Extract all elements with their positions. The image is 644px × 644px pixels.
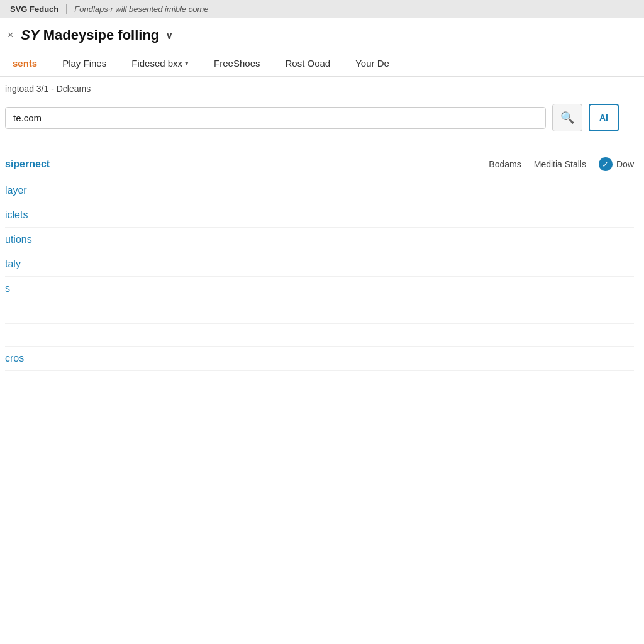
close-button[interactable]: × <box>5 28 16 42</box>
ai-button-label: AI <box>599 113 608 123</box>
tab-presents[interactable]: sents <box>0 50 50 76</box>
tab-freeshoes[interactable]: FreeShoes <box>201 50 272 76</box>
dow-label: Dow <box>616 159 634 169</box>
tab-rost-oad-label: Rost Ooad <box>285 58 330 69</box>
list-item[interactable] <box>5 301 634 324</box>
results-section-title: sipernect <box>5 158 50 170</box>
dropdown-arrow-icon: ▾ <box>185 59 189 67</box>
search-button[interactable]: 🔍 <box>552 104 582 131</box>
header-icon: SY <box>21 27 39 43</box>
list-item[interactable]: utions <box>5 228 634 252</box>
list-item[interactable]: s <box>5 277 634 301</box>
results-header: sipernect Bodams Meditia Stalls ✓ Dow <box>5 152 634 179</box>
checkbox-checked-icon: ✓ <box>599 157 613 171</box>
tab-your-de[interactable]: Your De <box>343 50 402 76</box>
divider <box>5 142 634 142</box>
meditia-stalls-link[interactable]: Meditia Stalls <box>534 159 586 169</box>
tab-your-de-label: Your De <box>355 58 389 69</box>
header-title-text: Madeysipe folling <box>43 27 160 43</box>
tab-play-fines[interactable]: Play Fines <box>50 50 119 76</box>
search-input[interactable] <box>13 113 538 123</box>
chevron-down-icon[interactable]: ∨ <box>165 30 173 42</box>
tab-play-fines-label: Play Fines <box>62 58 106 69</box>
header-row: × SY Madeysipe folling ∨ <box>0 18 644 50</box>
top-bar-divider <box>66 4 67 14</box>
top-bar: SVG Feduch Fondlaps·r will besented imib… <box>0 0 644 18</box>
bodams-link[interactable]: Bodams <box>489 159 521 169</box>
search-icon: 🔍 <box>560 111 574 125</box>
tab-freeshoes-label: FreeShoes <box>214 58 260 69</box>
nav-tabs: sents Play Fines Fidesed bxx ▾ FreeShoes… <box>0 50 644 77</box>
list-item[interactable] <box>5 324 634 347</box>
list-container: layer iclets utions taly s cros <box>5 179 634 371</box>
main-content: ingtoad 3/1 - Dcleams 🔍 AI sipernect Bod… <box>0 77 644 371</box>
header-title: SY Madeysipe folling ∨ <box>21 27 173 43</box>
tab-presents-label: sents <box>13 58 37 69</box>
search-input-wrap <box>5 107 546 129</box>
tab-fidesed[interactable]: Fidesed bxx ▾ <box>119 50 201 76</box>
top-bar-subtitle: Fondlaps·r will besented imible come <box>74 4 208 14</box>
list-item[interactable]: cros <box>5 347 634 371</box>
results-actions: Bodams Meditia Stalls ✓ Dow <box>489 157 634 171</box>
list-item[interactable]: taly <box>5 252 634 277</box>
dow-checkbox-wrap[interactable]: ✓ Dow <box>599 157 634 171</box>
search-row: 🔍 AI <box>5 99 634 139</box>
top-bar-title: SVG Feduch <box>10 4 58 14</box>
tab-fidesed-label: Fidesed bxx <box>131 58 182 69</box>
list-item[interactable]: layer <box>5 179 634 203</box>
breadcrumb: ingtoad 3/1 - Dcleams <box>5 77 634 99</box>
ai-button[interactable]: AI <box>589 104 619 131</box>
list-item[interactable]: iclets <box>5 203 634 228</box>
tab-rost-oad[interactable]: Rost Ooad <box>272 50 343 76</box>
